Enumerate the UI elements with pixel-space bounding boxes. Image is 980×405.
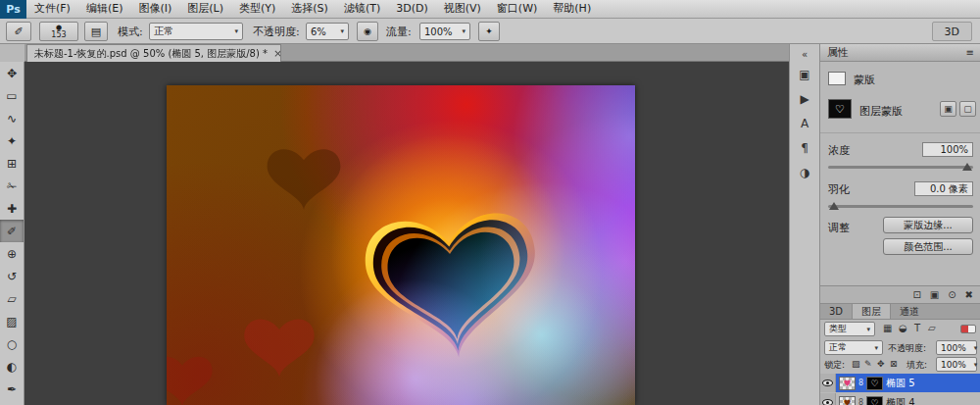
panel-menu-icon[interactable]: ≡ xyxy=(966,47,974,58)
marquee-tool[interactable]: ▭ xyxy=(0,84,24,107)
layer-blend-mode-select[interactable]: 正常 ▾ xyxy=(824,340,883,355)
layer-filter-select[interactable]: 类型 ▾ xyxy=(824,322,875,336)
brush-tool[interactable]: ✐ xyxy=(0,220,24,242)
delete-mask-icon[interactable]: ✖ xyxy=(965,289,973,300)
paragraph-panel-icon[interactable]: ¶ xyxy=(793,137,816,159)
eye-icon[interactable] xyxy=(822,380,833,386)
character-panel-icon[interactable]: A xyxy=(793,113,816,134)
blur-tool[interactable]: ○ xyxy=(0,332,24,355)
pen-tool-icon: ✒ xyxy=(7,382,17,396)
close-icon[interactable]: × xyxy=(273,49,281,59)
filter-shape-layers-icon[interactable]: ▱ xyxy=(928,323,936,333)
filter-adjustment-layers-icon[interactable]: ◒ xyxy=(899,323,907,333)
color-range-button[interactable]: 颜色范围... xyxy=(883,238,973,255)
crop-tool[interactable]: ⊞ xyxy=(0,152,24,175)
layer-opacity-value: 100% xyxy=(941,343,966,353)
layer-row-ellipse-4[interactable]: ♥ 8 ♡ 椭圆 4 xyxy=(820,393,980,405)
layer-fill-select[interactable]: 100% ▾ xyxy=(936,357,977,372)
feather-value-field[interactable]: 0.0 像素 xyxy=(914,181,973,196)
lock-transparency-icon[interactable]: ▨ xyxy=(852,359,860,369)
layer-visibility-cell[interactable] xyxy=(820,393,836,405)
photoshop-logo[interactable]: Ps xyxy=(0,0,26,19)
filter-type-layers-icon[interactable]: T xyxy=(914,323,920,333)
document-tab[interactable]: 未标题-1-恢复的.psd @ 50% (椭圆 5, 图层蒙版/8) * × xyxy=(26,44,281,62)
document-image[interactable] xyxy=(167,85,635,405)
history-brush-tool[interactable]: ↺ xyxy=(0,265,24,287)
density-slider[interactable] xyxy=(828,166,973,169)
feather-slider[interactable] xyxy=(828,205,973,208)
airbrush-button[interactable]: ✦ xyxy=(478,22,500,41)
layer-visibility-cell[interactable] xyxy=(820,374,836,392)
layer-mask-thumbnail[interactable]: ♡ xyxy=(866,396,883,405)
mask-link-icon[interactable]: 8 xyxy=(858,398,863,405)
layer-name[interactable]: 椭圆 4 xyxy=(886,396,915,405)
menu-file[interactable]: 文件(F) xyxy=(26,0,78,18)
layers-blend-row: 正常 ▾ 不透明度: 100% ▾ xyxy=(820,338,980,357)
layer-mask-thumbnail[interactable]: ♡ xyxy=(866,377,883,390)
lock-position-icon[interactable]: ✥ xyxy=(877,359,885,369)
tab-channels[interactable]: 通道 xyxy=(891,304,928,319)
actions-panel-icon[interactable]: ▶ xyxy=(793,88,816,110)
styles-panel-icon[interactable]: ◑ xyxy=(793,162,816,183)
tab-layers[interactable]: 图层 xyxy=(852,304,891,319)
history-brush-tool-icon: ↺ xyxy=(7,270,17,283)
clone-stamp-tool[interactable]: ⊕ xyxy=(0,242,24,265)
layer-thumbnail[interactable]: ♥ xyxy=(839,377,856,390)
menu-view[interactable]: 视图(V) xyxy=(436,0,489,18)
clone-source-panel-icon[interactable]: ▣ xyxy=(793,64,816,85)
dodge-tool[interactable]: ◐ xyxy=(0,355,24,378)
healing-brush-tool[interactable]: ✚ xyxy=(0,197,24,220)
document-title: 未标题-1-恢复的.psd @ 50% (椭圆 5, 图层蒙版/8) * xyxy=(34,47,268,61)
select-pixel-mask-button[interactable]: ▣ xyxy=(940,101,956,117)
photoshop-window: Ps 文件(F) 编辑(E) 图像(I) 图层(L) 类型(Y) 选择(S) 滤… xyxy=(0,0,980,405)
menu-type[interactable]: 类型(Y) xyxy=(231,0,283,18)
feather-slider-knob[interactable] xyxy=(829,202,839,210)
filter-pixel-layers-icon[interactable]: ▦ xyxy=(883,323,892,333)
pen-tool[interactable]: ✒ xyxy=(0,378,24,400)
load-mask-selection-icon[interactable]: ⊡ xyxy=(912,289,920,300)
tab-3d[interactable]: 3D xyxy=(820,304,852,319)
layer-filter-toggle[interactable] xyxy=(960,325,976,333)
workspace-switcher[interactable]: 3D xyxy=(932,22,972,41)
mask-edge-button[interactable]: 蒙版边缘... xyxy=(883,217,973,233)
layer-thumbnail[interactable]: ♥ xyxy=(839,396,856,405)
menu-layer[interactable]: 图层(L) xyxy=(179,0,231,18)
mask-link-icon[interactable]: 8 xyxy=(858,379,863,387)
canvas-area[interactable] xyxy=(24,62,789,405)
eye-icon[interactable] xyxy=(822,399,833,405)
menu-window[interactable]: 窗口(W) xyxy=(489,0,545,18)
layer-row-ellipse-5[interactable]: ♥ 8 ♡ 椭圆 5 xyxy=(820,374,980,392)
lock-all-icon[interactable]: ⊠ xyxy=(890,359,898,369)
apply-mask-icon[interactable]: ▣ xyxy=(930,289,939,300)
add-vector-mask-button[interactable]: ▢ xyxy=(959,101,976,117)
menu-filter[interactable]: 滤镜(T) xyxy=(336,0,388,18)
marquee-tool-icon: ▭ xyxy=(6,89,17,103)
eyedropper-tool[interactable]: ✁ xyxy=(0,175,24,197)
density-slider-knob[interactable] xyxy=(962,163,972,171)
move-tool[interactable]: ✥ xyxy=(0,62,24,84)
menu-help[interactable]: 帮助(H) xyxy=(545,0,599,18)
menu-3d[interactable]: 3D(D) xyxy=(388,0,436,18)
flow-select[interactable]: 100% ▾ xyxy=(419,23,470,40)
collapse-panels-icon[interactable]: « xyxy=(793,47,816,61)
mask-visibility-icon[interactable]: ⊙ xyxy=(948,289,956,300)
menu-select[interactable]: 选择(S) xyxy=(283,0,336,18)
mask-thumbnail[interactable]: ♡ xyxy=(828,99,852,119)
tool-preset-picker[interactable]: ✐ xyxy=(6,22,31,41)
gradient-tool[interactable]: ▨ xyxy=(0,310,24,332)
brush-preset-picker[interactable]: ● 153 xyxy=(39,22,78,41)
pressure-opacity-button[interactable]: ◉ xyxy=(357,22,378,41)
blend-mode-select[interactable]: 正常 ▾ xyxy=(149,23,243,40)
lock-pixels-icon[interactable]: ✎ xyxy=(864,359,872,369)
opacity-select[interactable]: 6% ▾ xyxy=(306,23,349,40)
layer-opacity-select[interactable]: 100% ▾ xyxy=(936,340,977,355)
eraser-tool[interactable]: ▱ xyxy=(0,287,24,310)
quick-selection-tool[interactable]: ✦ xyxy=(0,129,24,152)
lasso-tool[interactable]: ∿ xyxy=(0,107,24,129)
menu-image[interactable]: 图像(I) xyxy=(130,0,179,18)
density-value-field[interactable]: 100% xyxy=(922,142,973,157)
toggle-brush-panel-button[interactable]: ▤ xyxy=(84,22,108,41)
properties-panel-header[interactable]: 属性 ≡ xyxy=(820,44,980,62)
menu-edit[interactable]: 编辑(E) xyxy=(78,0,131,18)
layer-name[interactable]: 椭圆 5 xyxy=(886,377,915,390)
